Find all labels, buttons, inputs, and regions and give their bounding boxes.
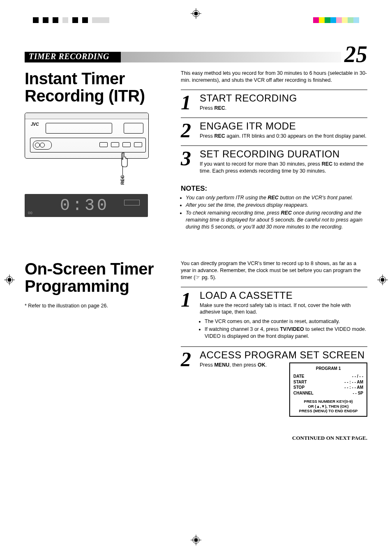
step-desc: Press REC. [200, 105, 367, 112]
continued-text: CONTINUED ON NEXT PAGE. [181, 435, 367, 441]
itr-title: Instant Timer Recording (ITR) [25, 70, 164, 104]
step-desc: If you want to record for more than 30 m… [200, 161, 367, 175]
prog-step-2: 2 ACCESS PROGRAM SET SCREEN Press MENU, … [181, 346, 367, 422]
programming-intro: You can directly program the VCR's timer… [181, 260, 367, 281]
lcd-display-panel: OO 0:30 [25, 194, 148, 217]
step-number: 3 [181, 148, 195, 175]
notes-heading: NOTES: [181, 185, 367, 193]
step-bullets: The VCR comes on, and the counter is res… [200, 318, 367, 340]
step-title: ENGAGE ITR MODE [200, 120, 367, 132]
section-title: TIMER RECORDING [25, 51, 113, 62]
step-title: LOAD A CASSETTE [200, 290, 367, 301]
step-number: 1 [181, 92, 195, 112]
itr-step-2: 2 ENGAGE ITR MODE Press REC again. ITR b… [181, 118, 367, 145]
rec-button-label: REC [120, 175, 125, 185]
vcr-brand: JVC [31, 122, 39, 127]
pointing-hand-icon [117, 152, 129, 169]
step-desc: Press MENU, then press OK. [200, 362, 281, 417]
lcd-time-value: 0:30 [60, 196, 109, 215]
page-number: 25 [341, 43, 367, 66]
step-title: START RECORDING [200, 92, 367, 104]
svg-rect-15 [194, 538, 198, 542]
osd-program-screen: PROGRAM 1 DATE- - / - - START- - : - - A… [289, 362, 367, 417]
section-header: TIMER RECORDING 25 [25, 44, 367, 62]
step-number: 2 [181, 349, 195, 417]
step-number: 2 [181, 120, 195, 140]
notes-list: You can only perform ITR using the REC b… [181, 194, 367, 231]
osd-title: PROGRAM 1 [293, 366, 363, 372]
programming-title: On-Screen Timer Programming [25, 260, 164, 295]
step-desc: Make sure the record safety tab is intac… [200, 302, 367, 316]
step-title: ACCESS PROGRAM SET SCREEN [200, 349, 367, 361]
step-desc: Press REC again. ITR blinks and 0:30 app… [200, 133, 367, 140]
vcr-illustration: JVC REC [25, 113, 164, 182]
step-title: SET RECORDING DURATION [200, 148, 367, 160]
itr-step-1: 1 START RECORDING Press REC. [181, 90, 367, 118]
step-number: 1 [181, 290, 195, 341]
crosshair-bottom-icon [191, 535, 201, 547]
itr-step-3: 3 SET RECORDING DURATION If you want to … [181, 145, 367, 180]
lcd-annunciator: OO [28, 211, 32, 215]
itr-intro: This easy method lets you record for fro… [181, 70, 367, 84]
programming-footnote: * Refer to the illustration on page 26. [25, 303, 164, 309]
prog-step-1: 1 LOAD A CASSETTE Make sure the record s… [181, 287, 367, 346]
